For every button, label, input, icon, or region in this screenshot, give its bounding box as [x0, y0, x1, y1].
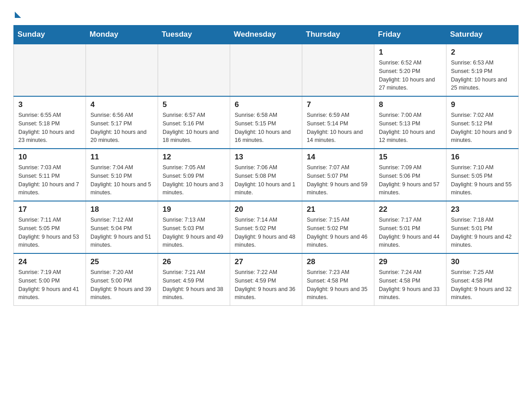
- day-number: 30: [451, 257, 514, 266]
- day-info: Sunrise: 7:24 AM Sunset: 4:58 PM Dayligh…: [379, 268, 442, 302]
- calendar-day-cell: 21Sunrise: 7:15 AM Sunset: 5:02 PM Dayli…: [302, 201, 374, 253]
- day-info: Sunrise: 7:11 AM Sunset: 5:05 PM Dayligh…: [18, 216, 81, 249]
- calendar-day-cell: 27Sunrise: 7:22 AM Sunset: 4:59 PM Dayli…: [230, 253, 302, 306]
- day-info: Sunrise: 6:57 AM Sunset: 5:16 PM Dayligh…: [163, 111, 225, 145]
- day-number: 13: [235, 153, 297, 162]
- day-info: Sunrise: 6:55 AM Sunset: 5:18 PM Dayligh…: [18, 111, 81, 145]
- day-of-week-header: Tuesday: [158, 26, 230, 44]
- day-info: Sunrise: 7:17 AM Sunset: 5:01 PM Dayligh…: [379, 216, 442, 249]
- day-number: 14: [307, 153, 369, 162]
- day-number: 10: [18, 153, 81, 162]
- calendar-day-cell: 12Sunrise: 7:05 AM Sunset: 5:09 PM Dayli…: [158, 149, 230, 201]
- calendar-day-cell: 7Sunrise: 6:59 AM Sunset: 5:14 PM Daylig…: [302, 96, 374, 149]
- day-info: Sunrise: 7:22 AM Sunset: 4:59 PM Dayligh…: [235, 268, 297, 302]
- calendar-day-cell: [86, 44, 158, 96]
- calendar-header-row: SundayMondayTuesdayWednesdayThursdayFrid…: [14, 26, 519, 44]
- day-info: Sunrise: 7:23 AM Sunset: 4:58 PM Dayligh…: [307, 268, 369, 302]
- calendar-day-cell: 4Sunrise: 6:56 AM Sunset: 5:17 PM Daylig…: [86, 96, 158, 149]
- day-number: 23: [451, 205, 514, 214]
- calendar-week-row: 17Sunrise: 7:11 AM Sunset: 5:05 PM Dayli…: [14, 201, 519, 253]
- day-number: 7: [307, 100, 369, 109]
- calendar-week-row: 10Sunrise: 7:03 AM Sunset: 5:11 PM Dayli…: [14, 149, 519, 201]
- day-number: 1: [379, 48, 442, 57]
- day-info: Sunrise: 7:07 AM Sunset: 5:07 PM Dayligh…: [307, 163, 369, 197]
- day-number: 27: [235, 257, 297, 266]
- day-number: 19: [163, 205, 225, 214]
- day-number: 6: [235, 100, 297, 109]
- day-number: 29: [379, 257, 442, 266]
- day-info: Sunrise: 6:53 AM Sunset: 5:19 PM Dayligh…: [451, 59, 514, 92]
- calendar-day-cell: 18Sunrise: 7:12 AM Sunset: 5:04 PM Dayli…: [86, 201, 158, 253]
- day-number: 5: [163, 100, 225, 109]
- calendar-day-cell: 26Sunrise: 7:21 AM Sunset: 4:59 PM Dayli…: [158, 253, 230, 306]
- day-of-week-header: Wednesday: [230, 26, 302, 44]
- day-number: 2: [451, 48, 514, 57]
- calendar-day-cell: 1Sunrise: 6:52 AM Sunset: 5:20 PM Daylig…: [374, 44, 446, 96]
- calendar-week-row: 1Sunrise: 6:52 AM Sunset: 5:20 PM Daylig…: [14, 44, 519, 96]
- calendar-day-cell: 23Sunrise: 7:18 AM Sunset: 5:01 PM Dayli…: [446, 201, 519, 253]
- calendar-day-cell: 8Sunrise: 7:00 AM Sunset: 5:13 PM Daylig…: [374, 96, 446, 149]
- day-number: 16: [451, 153, 514, 162]
- calendar-day-cell: 2Sunrise: 6:53 AM Sunset: 5:19 PM Daylig…: [446, 44, 519, 96]
- day-info: Sunrise: 7:20 AM Sunset: 5:00 PM Dayligh…: [90, 268, 153, 302]
- day-number: 20: [235, 205, 297, 214]
- day-of-week-header: Sunday: [14, 26, 86, 44]
- calendar-day-cell: 29Sunrise: 7:24 AM Sunset: 4:58 PM Dayli…: [374, 253, 446, 306]
- day-number: 28: [307, 257, 369, 266]
- calendar-day-cell: 30Sunrise: 7:25 AM Sunset: 4:58 PM Dayli…: [446, 253, 519, 306]
- calendar-day-cell: [302, 44, 374, 96]
- day-info: Sunrise: 7:18 AM Sunset: 5:01 PM Dayligh…: [451, 216, 514, 249]
- page-header: [13, 9, 519, 16]
- calendar-day-cell: 16Sunrise: 7:10 AM Sunset: 5:05 PM Dayli…: [446, 149, 519, 201]
- calendar-day-cell: [158, 44, 230, 96]
- logo-arrow-icon: [15, 12, 21, 18]
- calendar-day-cell: 11Sunrise: 7:04 AM Sunset: 5:10 PM Dayli…: [86, 149, 158, 201]
- day-info: Sunrise: 6:56 AM Sunset: 5:17 PM Dayligh…: [90, 111, 153, 145]
- day-number: 22: [379, 205, 442, 214]
- calendar-day-cell: 22Sunrise: 7:17 AM Sunset: 5:01 PM Dayli…: [374, 201, 446, 253]
- day-of-week-header: Saturday: [446, 26, 519, 44]
- calendar-day-cell: 13Sunrise: 7:06 AM Sunset: 5:08 PM Dayli…: [230, 149, 302, 201]
- day-number: 18: [90, 205, 153, 214]
- day-info: Sunrise: 7:06 AM Sunset: 5:08 PM Dayligh…: [235, 163, 297, 197]
- calendar-day-cell: 10Sunrise: 7:03 AM Sunset: 5:11 PM Dayli…: [14, 149, 86, 201]
- day-number: 24: [18, 257, 81, 266]
- day-number: 4: [90, 100, 153, 109]
- calendar-day-cell: 15Sunrise: 7:09 AM Sunset: 5:06 PM Dayli…: [374, 149, 446, 201]
- calendar-day-cell: 19Sunrise: 7:13 AM Sunset: 5:03 PM Dayli…: [158, 201, 230, 253]
- calendar-day-cell: 20Sunrise: 7:14 AM Sunset: 5:02 PM Dayli…: [230, 201, 302, 253]
- day-of-week-header: Monday: [86, 26, 158, 44]
- calendar-week-row: 3Sunrise: 6:55 AM Sunset: 5:18 PM Daylig…: [14, 96, 519, 149]
- day-number: 17: [18, 205, 81, 214]
- calendar-day-cell: 9Sunrise: 7:02 AM Sunset: 5:12 PM Daylig…: [446, 96, 519, 149]
- day-number: 26: [163, 257, 225, 266]
- calendar-day-cell: 24Sunrise: 7:19 AM Sunset: 5:00 PM Dayli…: [14, 253, 86, 306]
- day-number: 15: [379, 153, 442, 162]
- day-info: Sunrise: 7:03 AM Sunset: 5:11 PM Dayligh…: [18, 163, 81, 197]
- calendar-day-cell: 6Sunrise: 6:58 AM Sunset: 5:15 PM Daylig…: [230, 96, 302, 149]
- day-info: Sunrise: 7:21 AM Sunset: 4:59 PM Dayligh…: [163, 268, 225, 302]
- day-number: 3: [18, 100, 81, 109]
- calendar-day-cell: [230, 44, 302, 96]
- calendar-day-cell: 5Sunrise: 6:57 AM Sunset: 5:16 PM Daylig…: [158, 96, 230, 149]
- day-info: Sunrise: 7:12 AM Sunset: 5:04 PM Dayligh…: [90, 216, 153, 249]
- day-info: Sunrise: 7:15 AM Sunset: 5:02 PM Dayligh…: [307, 216, 369, 249]
- day-number: 8: [379, 100, 442, 109]
- calendar-day-cell: 17Sunrise: 7:11 AM Sunset: 5:05 PM Dayli…: [14, 201, 86, 253]
- day-number: 12: [163, 153, 225, 162]
- day-info: Sunrise: 7:00 AM Sunset: 5:13 PM Dayligh…: [379, 111, 442, 145]
- logo: [13, 9, 21, 16]
- calendar-day-cell: 14Sunrise: 7:07 AM Sunset: 5:07 PM Dayli…: [302, 149, 374, 201]
- day-of-week-header: Thursday: [302, 26, 374, 44]
- day-info: Sunrise: 6:52 AM Sunset: 5:20 PM Dayligh…: [379, 59, 442, 92]
- day-info: Sunrise: 7:10 AM Sunset: 5:05 PM Dayligh…: [451, 163, 514, 197]
- calendar-day-cell: 3Sunrise: 6:55 AM Sunset: 5:18 PM Daylig…: [14, 96, 86, 149]
- day-info: Sunrise: 7:04 AM Sunset: 5:10 PM Dayligh…: [90, 163, 153, 197]
- calendar-week-row: 24Sunrise: 7:19 AM Sunset: 5:00 PM Dayli…: [14, 253, 519, 306]
- day-info: Sunrise: 6:59 AM Sunset: 5:14 PM Dayligh…: [307, 111, 369, 145]
- day-info: Sunrise: 7:02 AM Sunset: 5:12 PM Dayligh…: [451, 111, 514, 145]
- day-of-week-header: Friday: [374, 26, 446, 44]
- day-number: 25: [90, 257, 153, 266]
- day-number: 21: [307, 205, 369, 214]
- day-number: 11: [90, 153, 153, 162]
